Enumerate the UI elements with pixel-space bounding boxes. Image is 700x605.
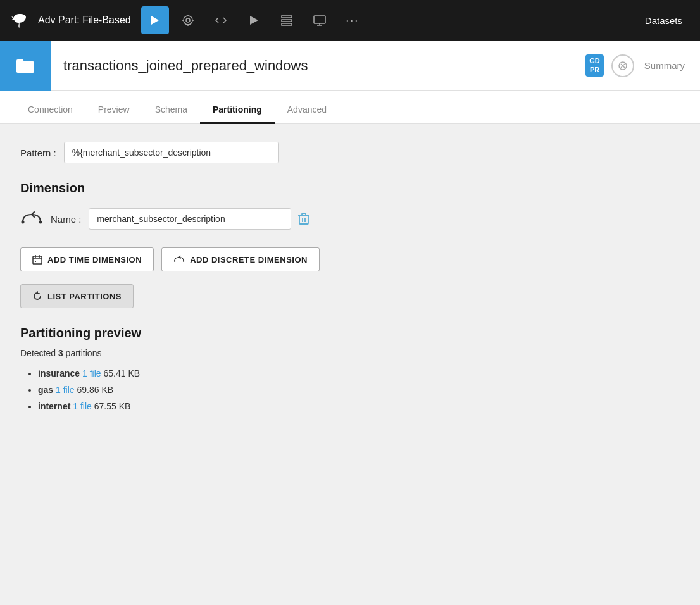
dimension-name-input[interactable]: [89, 208, 291, 230]
svg-rect-22: [33, 256, 42, 264]
pattern-row: Pattern :: [20, 142, 680, 163]
header-circle-btn[interactable]: [611, 54, 634, 77]
datasets-label: Datasets: [635, 15, 692, 26]
dimension-title: Dimension: [20, 181, 680, 196]
main-content: Pattern : Dimension Name :: [0, 124, 700, 605]
svg-point-28: [174, 260, 176, 262]
dataset-title: transactions_joined_prepared_windows: [63, 58, 585, 74]
more-btn[interactable]: ···: [339, 6, 366, 34]
pattern-input[interactable]: [64, 142, 279, 163]
tab-advanced[interactable]: Advanced: [275, 97, 339, 124]
add-discrete-dimension-label: ADD DISCRETE DIMENSION: [190, 255, 308, 265]
detected-text: Detected 3 partitions: [20, 348, 680, 358]
detected-suffix: partitions: [63, 348, 102, 358]
add-time-dimension-btn[interactable]: ADD TIME DIMENSION: [20, 247, 154, 271]
add-time-dimension-label: ADD TIME DIMENSION: [47, 255, 142, 265]
project-title: Adv Part: File-Based: [38, 15, 131, 26]
partition-size-1: 69.86 KB: [77, 385, 113, 395]
svg-point-2: [186, 18, 190, 22]
tab-partitioning[interactable]: Partitioning: [200, 97, 275, 124]
svg-rect-11: [314, 16, 325, 23]
summary-label[interactable]: Summary: [644, 60, 685, 71]
pattern-label: Pattern :: [20, 147, 56, 158]
partition-name-0: insurance: [38, 368, 80, 378]
svg-rect-19: [299, 215, 308, 224]
svg-point-1: [184, 16, 192, 25]
list-partitions-btn[interactable]: LIST PARTITIONS: [20, 284, 134, 308]
list-item: internet 1 file 67.55 KB: [38, 401, 680, 411]
top-bar: Adv Part: File-Based: [0, 0, 700, 41]
detected-count: 3: [58, 348, 63, 358]
app-logo: [8, 9, 30, 32]
partition-size-0: 65.41 KB: [104, 368, 141, 378]
monitor-btn[interactable]: [306, 6, 334, 34]
list-btn[interactable]: [273, 6, 301, 34]
partition-name-2: internet: [38, 401, 70, 411]
partition-link-2[interactable]: 1 file: [73, 401, 92, 411]
svg-rect-8: [282, 16, 292, 18]
list-item: insurance 1 file 65.41 KB: [38, 368, 680, 378]
partition-link-0[interactable]: 1 file: [82, 368, 101, 378]
header-bar: transactions_joined_prepared_windows GD …: [0, 41, 700, 91]
partition-name-1: gas: [38, 385, 53, 395]
delete-dimension-btn[interactable]: [297, 212, 310, 226]
add-discrete-dimension-btn[interactable]: ADD DISCRETE DIMENSION: [161, 247, 320, 271]
folder-icon: [0, 41, 51, 91]
svg-marker-0: [151, 16, 159, 25]
gdpr-badge: GD PR: [585, 54, 604, 76]
svg-marker-7: [250, 16, 258, 25]
svg-point-17: [22, 221, 25, 224]
svg-rect-9: [282, 20, 292, 22]
play-btn[interactable]: [240, 6, 268, 34]
detected-prefix: Detected: [20, 348, 58, 358]
action-buttons: ADD TIME DIMENSION ADD DISCRETE DIMENSIO…: [20, 247, 680, 271]
partition-list: insurance 1 file 65.41 KB gas 1 file 69.…: [20, 368, 680, 411]
svg-rect-10: [282, 23, 292, 25]
partitioning-preview-title: Partitioning preview: [20, 326, 680, 340]
dimension-row: Name :: [20, 208, 680, 230]
tab-preview[interactable]: Preview: [85, 97, 142, 124]
arrow-btn[interactable]: [141, 6, 169, 34]
partition-size-2: 67.55 KB: [94, 401, 131, 411]
dimension-name-label: Name :: [51, 214, 81, 225]
target-btn[interactable]: [174, 6, 202, 34]
code-btn[interactable]: [207, 6, 235, 34]
tab-bar: Connection Preview Schema Partitioning A…: [0, 91, 700, 124]
tab-schema[interactable]: Schema: [142, 97, 200, 124]
partition-link-1[interactable]: 1 file: [56, 385, 75, 395]
list-partitions-label: LIST PARTITIONS: [47, 292, 122, 301]
dimension-icon: [20, 209, 43, 228]
tab-connection[interactable]: Connection: [15, 97, 85, 124]
list-item: gas 1 file 69.86 KB: [38, 385, 680, 395]
